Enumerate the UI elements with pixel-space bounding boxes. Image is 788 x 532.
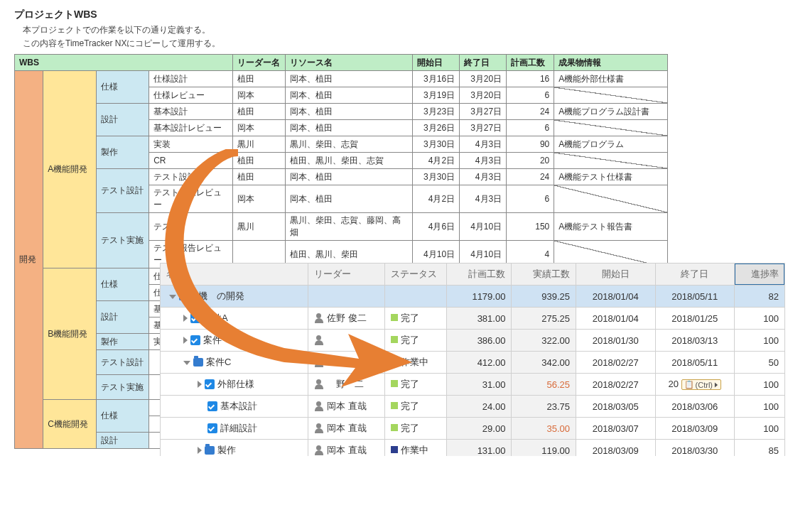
grid-head-leader[interactable]: リーダー (308, 264, 384, 286)
grid-end: 2018/03/09 (655, 418, 734, 440)
grid-name: A機 の開発 (192, 290, 244, 303)
grid-leader: 岡本 直哉 (327, 422, 367, 435)
person-icon (314, 357, 324, 367)
wbs-item: 基本設計 (149, 104, 233, 120)
grid-end: 2018/03/13 (655, 330, 734, 352)
grid-status: 完了 (401, 423, 419, 433)
person-icon (314, 313, 324, 323)
wbs-leader: 岡本 (233, 87, 286, 104)
grid-status: 完了 (401, 379, 419, 389)
grid-head-status[interactable]: ステータス (385, 264, 447, 286)
wbs-res: 岡本、植田 (286, 185, 412, 213)
folder-icon (179, 292, 189, 300)
grid-prog: 82 (735, 286, 785, 308)
wbs-head-resource: リソース名 (286, 55, 412, 71)
grid-row[interactable]: A機 の開発 1179.00 939.25 2018/01/04 2018/05… (161, 286, 785, 308)
wbs-res: 黒川、柴田、志賀、藤岡、高畑 (286, 213, 412, 241)
wbs-end: 3月20日 (460, 87, 507, 104)
expand-toggle-icon[interactable] (198, 447, 202, 454)
wbs-item: 仕様設計 (149, 71, 233, 87)
wbs-leader: 黒川 (233, 213, 286, 241)
wbs-phase: テスト実施 (96, 375, 149, 400)
paste-options-chip[interactable]: 📋 (Ctrl) (681, 379, 721, 390)
check-folder-icon (190, 335, 200, 345)
wbs-plan: 6 (507, 120, 554, 136)
expand-toggle-icon[interactable] (183, 361, 190, 365)
grid-actual: 35.00 (512, 418, 576, 440)
wbs-deliv-empty (554, 185, 668, 213)
grid-name: 案件C (206, 356, 231, 369)
wbs-deliv: A機能プログラム設計書 (554, 104, 668, 120)
wbs-plan: 6 (507, 185, 554, 213)
grid-row[interactable]: 外部仕様 野 二 完了 31.00 56.25 2018/02/27 20 📋 … (161, 374, 785, 396)
grid-row[interactable]: 案件C 作業中 412.00 342.00 2018/02/27 2018/05… (161, 352, 785, 374)
wbs-phase: テスト実施 (96, 213, 149, 268)
grid-end: 2018/03/06 (655, 396, 734, 418)
wbs-res: 植田、黒川、柴田、志賀 (286, 153, 412, 169)
wbs-start: 4月2日 (412, 185, 459, 213)
grid-row[interactable]: 案件 完了 386.00 322.00 2018/01/30 2018/03/1… (161, 330, 785, 352)
grid-head-end[interactable]: 終了日 (655, 264, 734, 286)
grid-start: 2018/01/30 (576, 330, 655, 352)
grid-row[interactable]: 製作 岡本 直哉 作業中 131.00 119.00 2018/03/09 20… (161, 440, 785, 457)
tracker-grid[interactable]: 名前 リーダー ステータス 計画工数 実績工数 開始日 終了日 進捗率 A機 の… (160, 263, 785, 456)
wbs-res: 岡本、植田 (286, 120, 412, 136)
grid-name: 基本設計 (220, 400, 257, 413)
grid-plan: 29.00 (446, 418, 512, 440)
grid-row[interactable]: 基本設計 岡本 直哉 完了 24.00 23.75 2018/03/05 201… (161, 396, 785, 418)
wbs-leader: 植田 (233, 169, 286, 185)
wbs-head-end: 終了日 (460, 55, 507, 71)
wbs-item: テスト設計 (149, 169, 233, 185)
grid-head-plan[interactable]: 計画工数 (446, 264, 512, 286)
grid-prog: 100 (735, 374, 785, 396)
grid-prog: 100 (735, 330, 785, 352)
grid-plan: 381.00 (446, 308, 512, 330)
grid-end: 2018/05/11 (655, 352, 734, 374)
grid-name: 案件 (203, 334, 222, 347)
wbs-head-plan: 計画工数 (507, 55, 554, 71)
check-folder-icon (190, 313, 200, 323)
grid-head-name[interactable]: 名前 (161, 264, 308, 286)
status-done-icon (391, 402, 398, 409)
expand-toggle-icon[interactable] (169, 295, 176, 299)
wbs-end: 4月3日 (460, 153, 507, 169)
page-title: プロジェクトWBS (14, 9, 774, 21)
grid-head-actual[interactable]: 実績工数 (512, 264, 576, 286)
grid-start: 2018/02/27 (576, 352, 655, 374)
wbs-feat-c: C機能開発 (43, 400, 96, 449)
chevron-down-icon (715, 382, 718, 387)
wbs-feat-a: A機能開発 (43, 71, 96, 268)
grid-status: 作業中 (401, 357, 428, 367)
wbs-leader: 岡本 (233, 185, 286, 213)
wbs-plan: 90 (507, 136, 554, 153)
grid-end-chip: 20 📋 (Ctrl) (655, 374, 734, 396)
wbs-leader: 黒川 (233, 136, 286, 153)
grid-head-start[interactable]: 開始日 (576, 264, 655, 286)
grid-row[interactable]: 案件A 佐野 俊二 完了 381.00 275.25 2018/01/04 20… (161, 308, 785, 330)
person-icon (314, 401, 324, 411)
grid-plan: 386.00 (446, 330, 512, 352)
grid-actual: 342.00 (512, 352, 576, 374)
expand-toggle-icon[interactable] (183, 337, 188, 344)
grid-prog: 100 (735, 396, 785, 418)
grid-actual: 275.25 (512, 308, 576, 330)
grid-actual: 23.75 (512, 396, 576, 418)
grid-name: 案件A (203, 312, 228, 325)
grid-row[interactable]: 詳細設計 岡本 直哉 完了 29.00 35.00 2018/03/07 201… (161, 418, 785, 440)
page-desc-2: この内容をTimeTracker NXにコピーして運用する。 (23, 38, 774, 50)
wbs-plan: 20 (507, 153, 554, 169)
check-folder-icon (207, 401, 217, 411)
wbs-start: 3月30日 (412, 169, 459, 185)
folder-icon (193, 358, 203, 367)
expand-toggle-icon[interactable] (183, 315, 188, 322)
grid-plan: 131.00 (446, 440, 512, 457)
wbs-leader: 岡本 (233, 120, 286, 136)
grid-start: 2018/03/05 (576, 396, 655, 418)
wbs-head-leader: リーダー名 (233, 55, 286, 71)
grid-head-prog[interactable]: 進捗率 (735, 264, 785, 286)
expand-toggle-icon[interactable] (198, 381, 202, 388)
wbs-phase: テスト設計 (96, 169, 149, 213)
wbs-phase: 仕様 (96, 400, 149, 433)
grid-actual: 119.00 (512, 440, 576, 457)
grid-prog: 100 (735, 418, 785, 440)
